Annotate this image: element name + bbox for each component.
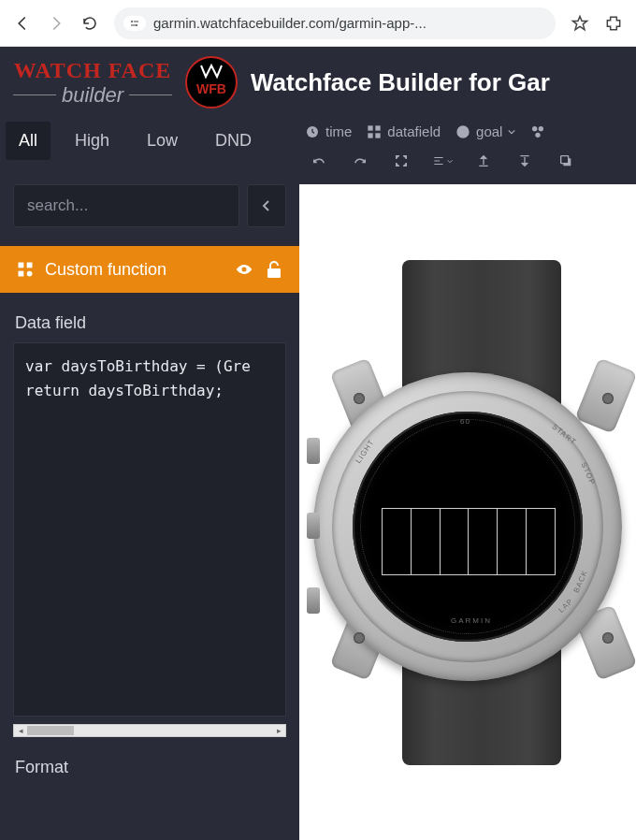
watch-render: 60 START STOP LAP BACK LIGHT GARMIN: [299, 260, 636, 765]
fullscreen-icon[interactable]: [391, 151, 412, 171]
left-panel: All High Low DND Custom function: [0, 114, 299, 840]
wfb-badge-icon: WFB: [185, 56, 238, 109]
scroll-right-arrow-icon[interactable]: ▸: [272, 725, 285, 736]
custom-function-icon: [15, 259, 36, 280]
insert-datafield-label: datafield: [387, 123, 441, 139]
svg-point-7: [27, 271, 33, 277]
insert-shape-button[interactable]: [530, 124, 545, 139]
unlock-icon[interactable]: [264, 259, 284, 280]
svg-point-16: [532, 126, 537, 131]
svg-point-0: [131, 21, 133, 22]
browser-toolbar: garmin.watchfacebuilder.com/garmin-app-.…: [0, 0, 636, 47]
watch-preview[interactable]: 60 START STOP LAP BACK LIGHT GARMIN: [299, 184, 636, 840]
app-header: WATCH FACE builder WFB Watchface Builder…: [0, 47, 636, 114]
watch-brand: GARMIN: [451, 616, 492, 625]
svg-rect-4: [19, 263, 24, 268]
caret-down-icon: [508, 128, 515, 136]
edit-toolbar: [299, 143, 636, 184]
selected-element-header[interactable]: Custom function: [0, 246, 299, 293]
data-field-label: Data field: [0, 293, 299, 342]
insert-time-button[interactable]: time: [305, 123, 352, 139]
svg-point-18: [536, 132, 541, 137]
bring-front-icon[interactable]: [473, 151, 494, 171]
site-settings-icon[interactable]: [123, 16, 146, 31]
page-title: Watchface Builder for Gar: [251, 68, 550, 97]
forward-button[interactable]: [41, 8, 71, 38]
svg-point-2: [136, 24, 137, 26]
insert-goal-label: goal: [476, 123, 502, 139]
selected-element-label: Custom function: [45, 260, 166, 280]
filter-tabs: All High Low DND: [0, 114, 299, 167]
svg-point-15: [460, 129, 465, 134]
svg-rect-1: [134, 21, 138, 22]
scroll-left-arrow-icon[interactable]: ◂: [14, 725, 27, 736]
insert-datafield-button[interactable]: datafield: [367, 123, 441, 139]
svg-rect-11: [376, 125, 381, 130]
format-label: Format: [0, 737, 299, 787]
scroll-thumb[interactable]: [27, 726, 74, 735]
svg-rect-6: [19, 271, 24, 277]
code-editor[interactable]: [13, 342, 286, 717]
insert-time-label: time: [325, 123, 352, 139]
svg-rect-13: [376, 133, 381, 138]
svg-rect-10: [369, 125, 373, 130]
brand-line1: WATCH FACE: [14, 58, 171, 83]
bookmark-star-icon[interactable]: [565, 8, 595, 38]
svg-point-17: [539, 126, 543, 131]
tick-60: 60: [460, 417, 470, 426]
svg-rect-5: [27, 263, 33, 268]
insert-toolbar: time datafield goal: [299, 114, 636, 143]
svg-rect-8: [267, 268, 281, 278]
visibility-icon[interactable]: [234, 259, 254, 280]
search-input[interactable]: [13, 184, 239, 227]
brand-logo[interactable]: WATCH FACE builder: [13, 58, 172, 108]
app-root: WATCH FACE builder WFB Watchface Builder…: [0, 47, 636, 840]
address-bar[interactable]: garmin.watchfacebuilder.com/garmin-app-.…: [114, 7, 556, 39]
wfb-badge-text: WFB: [196, 81, 226, 96]
filter-tab-low[interactable]: Low: [134, 122, 191, 160]
right-panel: time datafield goal: [299, 114, 636, 840]
watchface-datafield-element[interactable]: [382, 508, 556, 575]
filter-tab-dnd[interactable]: DND: [202, 122, 265, 160]
url-text: garmin.watchfacebuilder.com/garmin-app-.…: [153, 15, 426, 31]
svg-rect-3: [131, 24, 136, 25]
extensions-icon[interactable]: [599, 8, 629, 38]
code-horizontal-scrollbar[interactable]: ◂ ▸: [13, 724, 286, 737]
align-icon[interactable]: [432, 151, 453, 171]
filter-tab-all[interactable]: All: [6, 122, 51, 160]
collapse-panel-button[interactable]: [247, 184, 286, 227]
svg-rect-20: [561, 156, 569, 164]
send-back-icon[interactable]: [514, 151, 535, 171]
filter-tab-high[interactable]: High: [62, 122, 123, 160]
back-button[interactable]: [7, 8, 37, 38]
insert-goal-button[interactable]: goal: [455, 123, 515, 139]
reload-button[interactable]: [75, 8, 105, 38]
copy-icon[interactable]: [556, 151, 576, 171]
redo-icon[interactable]: [350, 151, 370, 171]
svg-rect-12: [369, 133, 373, 138]
undo-icon[interactable]: [309, 151, 329, 171]
brand-line2: builder: [62, 83, 123, 108]
